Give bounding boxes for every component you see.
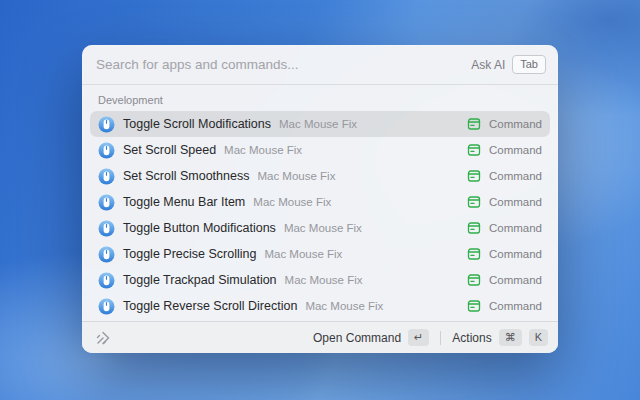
raycast-logo-icon bbox=[94, 329, 112, 347]
command-subtitle: Mac Mouse Fix bbox=[285, 274, 363, 286]
enter-key-badge: ↵ bbox=[408, 329, 429, 346]
command-subtitle: Mac Mouse Fix bbox=[305, 300, 383, 312]
command-type-icon bbox=[467, 117, 481, 131]
command-type-icon bbox=[467, 273, 481, 287]
command-type-label: Command bbox=[489, 118, 542, 130]
command-type-label: Command bbox=[489, 170, 542, 182]
command-type-icon bbox=[467, 143, 481, 157]
list-item[interactable]: Set Scroll Smoothness Mac Mouse Fix Comm… bbox=[90, 163, 550, 189]
command-title: Set Scroll Smoothness bbox=[123, 169, 249, 183]
command-subtitle: Mac Mouse Fix bbox=[224, 144, 302, 156]
launcher-window: Ask AI Tab Development Toggle Scroll Mod… bbox=[82, 45, 558, 353]
command-type-icon bbox=[467, 299, 481, 313]
actions-button[interactable]: Actions ⌘ K bbox=[452, 329, 548, 346]
mouse-app-icon bbox=[98, 298, 115, 315]
list-item[interactable]: Toggle Button Modifications Mac Mouse Fi… bbox=[90, 215, 550, 241]
list-item[interactable]: Toggle Reverse Scroll Direction Mac Mous… bbox=[90, 293, 550, 319]
cmd-key-badge: ⌘ bbox=[499, 329, 522, 346]
search-input[interactable] bbox=[96, 57, 471, 72]
list-item[interactable]: Toggle Trackpad Simulation Mac Mouse Fix… bbox=[90, 267, 550, 293]
command-type-label: Command bbox=[489, 274, 542, 286]
list-item[interactable]: Toggle Scroll Modifications Mac Mouse Fi… bbox=[90, 111, 550, 137]
footer-divider bbox=[440, 331, 441, 345]
command-type-label: Command bbox=[489, 300, 542, 312]
tab-key-badge: Tab bbox=[512, 55, 546, 74]
mouse-app-icon bbox=[98, 220, 115, 237]
command-type-label: Command bbox=[489, 196, 542, 208]
command-title: Toggle Precise Scrolling bbox=[123, 247, 256, 261]
k-key-badge: K bbox=[529, 329, 548, 346]
mouse-app-icon bbox=[98, 272, 115, 289]
command-title: Toggle Reverse Scroll Direction bbox=[123, 299, 297, 313]
actions-label: Actions bbox=[452, 331, 491, 345]
command-title: Toggle Scroll Modifications bbox=[123, 117, 271, 131]
command-title: Set Scroll Speed bbox=[123, 143, 216, 157]
command-type-icon bbox=[467, 247, 481, 261]
command-subtitle: Mac Mouse Fix bbox=[264, 248, 342, 260]
command-type-icon bbox=[467, 195, 481, 209]
command-type-label: Command bbox=[489, 248, 542, 260]
list-item[interactable]: Toggle Precise Scrolling Mac Mouse Fix C… bbox=[90, 241, 550, 267]
mouse-app-icon bbox=[98, 168, 115, 185]
ask-ai-button[interactable]: Ask AI Tab bbox=[471, 55, 546, 74]
footer-bar: Open Command ↵ Actions ⌘ K bbox=[82, 321, 558, 353]
search-bar: Ask AI Tab bbox=[82, 45, 558, 85]
command-type-label: Command bbox=[489, 222, 542, 234]
mouse-app-icon bbox=[98, 246, 115, 263]
command-subtitle: Mac Mouse Fix bbox=[279, 118, 357, 130]
command-type-label: Command bbox=[489, 144, 542, 156]
results-list: Development Toggle Scroll Modifications … bbox=[82, 85, 558, 321]
open-command-label: Open Command bbox=[313, 331, 401, 345]
command-title: Toggle Button Modifications bbox=[123, 221, 276, 235]
command-subtitle: Mac Mouse Fix bbox=[284, 222, 362, 234]
command-subtitle: Mac Mouse Fix bbox=[257, 170, 335, 182]
mouse-app-icon bbox=[98, 142, 115, 159]
section-header: Development bbox=[82, 87, 558, 111]
mouse-app-icon bbox=[98, 194, 115, 211]
command-type-icon bbox=[467, 221, 481, 235]
open-command-button[interactable]: Open Command ↵ bbox=[313, 329, 429, 346]
ask-ai-label: Ask AI bbox=[471, 58, 505, 72]
list-item[interactable]: Set Scroll Speed Mac Mouse Fix Command bbox=[90, 137, 550, 163]
command-title: Toggle Menu Bar Item bbox=[123, 195, 245, 209]
list-item[interactable]: Toggle Menu Bar Item Mac Mouse Fix Comma… bbox=[90, 189, 550, 215]
command-subtitle: Mac Mouse Fix bbox=[253, 196, 331, 208]
mouse-app-icon bbox=[98, 116, 115, 133]
command-type-icon bbox=[467, 169, 481, 183]
command-title: Toggle Trackpad Simulation bbox=[123, 273, 277, 287]
